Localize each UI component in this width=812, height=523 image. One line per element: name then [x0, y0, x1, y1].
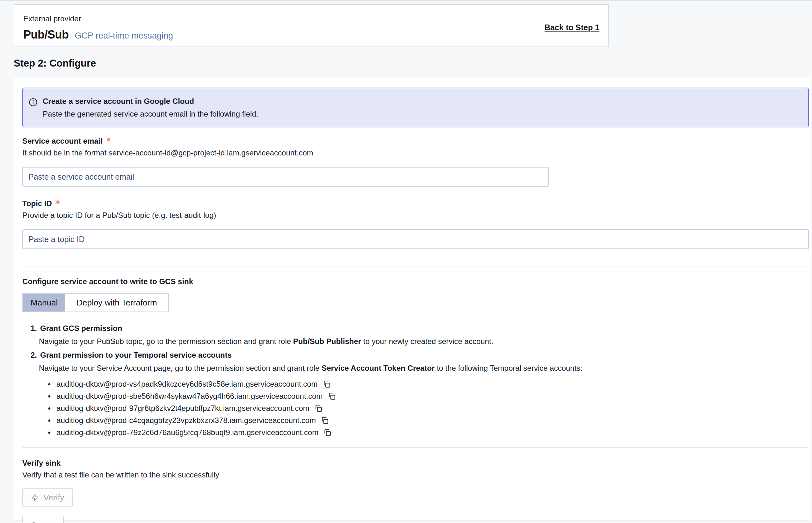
step-title: Grant GCS permission: [40, 324, 122, 333]
step-body: Navigate to your PubSub topic, go to the…: [39, 337, 809, 346]
service-account-email: auditlog-dktxv@prod-sbe56h6wr4sykaw47a6y…: [56, 392, 322, 401]
list-item: • auditlog-dktxv@prod-97gr6tp6zkv2t4epub…: [48, 402, 809, 414]
copy-icon[interactable]: [328, 392, 336, 400]
topic-id-helper: Provide a topic ID for a Pub/Sub topic (…: [22, 211, 809, 220]
back-to-step-1-link[interactable]: Back to Step 1: [545, 23, 599, 32]
step-grant-gcs-permission: 1. Grant GCS permission Navigate to your…: [31, 324, 809, 346]
verify-sink-heading: Verify sink: [22, 459, 809, 468]
service-account-email-input[interactable]: [22, 167, 549, 187]
configure-card: Create a service account in Google Cloud…: [14, 78, 811, 520]
configure-method-tabs: Manual Deploy with Terraform: [22, 293, 169, 312]
configure-section-heading: Configure service account to write to GC…: [22, 277, 809, 286]
service-account-email: auditlog-dktxv@prod-79z2c6d76au6g5fcq768…: [56, 428, 318, 437]
page-title: Step 2: Configure: [14, 58, 812, 69]
service-account-email-label-text: Service account email: [22, 137, 103, 146]
tab-manual[interactable]: Manual: [23, 294, 65, 311]
bullet: •: [48, 392, 51, 401]
manual-steps: 1. Grant GCS permission Navigate to your…: [22, 324, 809, 438]
bullet: •: [48, 416, 51, 426]
copy-icon[interactable]: [322, 380, 331, 388]
copy-icon[interactable]: [321, 416, 329, 425]
section-divider: [22, 447, 809, 448]
topic-id-label-text: Topic ID: [22, 199, 52, 208]
provider-name: Pub/Sub: [23, 28, 69, 41]
bullet: •: [48, 403, 51, 413]
step-body: Navigate to your Service Account page, g…: [39, 364, 809, 373]
create-button[interactable]: Create: [22, 516, 64, 523]
copy-icon[interactable]: [323, 428, 332, 437]
info-banner-title: Create a service account in Google Cloud: [43, 97, 258, 106]
service-account-email-helper: It should be in the format service-accou…: [22, 148, 809, 157]
tab-deploy-with-terraform[interactable]: Deploy with Terraform: [65, 294, 168, 311]
service-account-email: auditlog-dktxv@prod-vs4padk9dkczcey6d6st…: [56, 380, 317, 389]
verify-sink-helper: Verify that a test file can be written t…: [22, 470, 809, 480]
info-banner-body: Paste the generated service account emai…: [43, 110, 258, 119]
list-item: • auditlog-dktxv@prod-79z2c6d76au6g5fcq7…: [48, 427, 809, 438]
temporal-service-account-list: • auditlog-dktxv@prod-vs4padk9dkczcey6d6…: [31, 378, 809, 438]
provider-eyebrow: External provider: [23, 14, 599, 23]
provider-card: External provider Pub/Sub GCP real-time …: [14, 4, 609, 47]
step-number: 2.: [31, 351, 37, 360]
copy-icon[interactable]: [314, 404, 322, 413]
info-banner: Create a service account in Google Cloud…: [22, 88, 809, 127]
list-item: • auditlog-dktxv@prod-c4cqaqgbfzy23vpzkb…: [48, 414, 809, 427]
bullet: •: [48, 379, 51, 389]
step-grant-temporal-permission: 2. Grant permission to your Temporal ser…: [31, 351, 809, 438]
lightning-bolt-icon: [31, 493, 39, 502]
verify-button[interactable]: Verify: [22, 488, 73, 507]
step-title: Grant permission to your Temporal servic…: [40, 351, 232, 360]
section-divider: [22, 267, 809, 267]
topic-id-label: Topic ID: [22, 199, 809, 208]
info-circle-icon: [28, 97, 38, 107]
list-item: • auditlog-dktxv@prod-sbe56h6wr4sykaw47a…: [48, 390, 809, 402]
step-number: 1.: [31, 324, 37, 333]
service-account-email: auditlog-dktxv@prod-97gr6tp6zkv2t4epubff…: [56, 404, 310, 413]
list-item: • auditlog-dktxv@prod-vs4padk9dkczcey6d6…: [48, 378, 809, 390]
create-button-label: Create: [31, 520, 55, 523]
required-dot: [56, 200, 59, 204]
bullet: •: [48, 428, 51, 438]
service-account-email: auditlog-dktxv@prod-c4cqaqgbfzy23vpzkbxz…: [56, 416, 316, 425]
service-account-email-label: Service account email: [22, 137, 809, 146]
required-dot: [107, 138, 110, 141]
topic-id-input[interactable]: [22, 229, 809, 249]
provider-tagline: GCP real-time messaging: [75, 31, 173, 41]
verify-button-label: Verify: [43, 493, 64, 503]
